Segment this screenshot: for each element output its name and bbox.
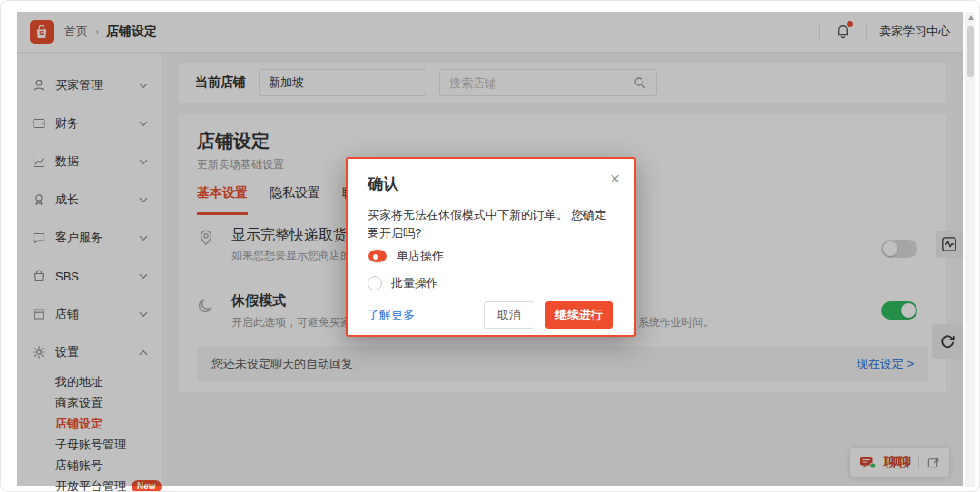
confirm-dialog: 确认 × 买家将无法在休假模式中下新的订单。 您确定要开启吗? 单店操作 批量操…	[346, 157, 636, 337]
confirm-button[interactable]: 继续进行	[545, 301, 612, 329]
radio-label: 单店操作	[397, 248, 444, 264]
scroll-up-arrow[interactable]	[968, 15, 974, 20]
radio-option-batch[interactable]: 批量操作	[368, 275, 438, 291]
scrollbar[interactable]	[965, 12, 975, 487]
close-icon[interactable]: ×	[610, 170, 620, 187]
dialog-body-text: 买家将无法在休假模式中下新的订单。 您确定要开启吗?	[368, 206, 614, 242]
cancel-button[interactable]: 取消	[484, 301, 534, 329]
radio-option-single-shop[interactable]: 单店操作	[368, 248, 444, 264]
dialog-title: 确认	[368, 173, 398, 194]
radio-selected-icon[interactable]	[368, 249, 387, 263]
dialog-footer: 了解更多 取消 继续进行	[368, 300, 612, 330]
radio-unselected-icon[interactable]	[368, 276, 382, 290]
scrollbar-thumb[interactable]	[967, 26, 974, 77]
screenshot-frame: S 首页 › 店铺设定 卖家学习中心	[0, 0, 980, 492]
learn-more-link[interactable]: 了解更多	[368, 307, 415, 323]
radio-label: 批量操作	[391, 275, 438, 291]
